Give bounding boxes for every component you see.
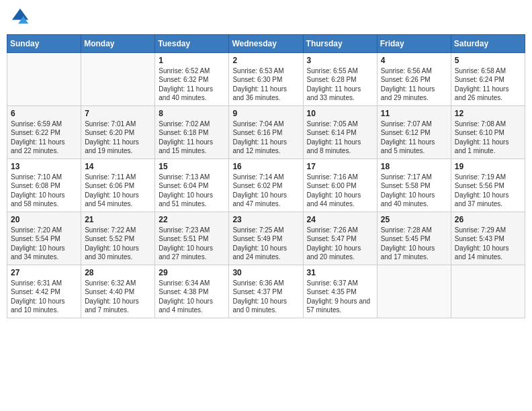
calendar-cell: 22Sunrise: 7:23 AM Sunset: 5:51 PM Dayli… xyxy=(155,212,229,265)
day-info: Sunrise: 6:31 AM Sunset: 4:42 PM Dayligh… xyxy=(11,279,77,315)
logo xyxy=(9,7,30,29)
day-number: 27 xyxy=(11,268,77,277)
day-info: Sunrise: 6:32 AM Sunset: 4:40 PM Dayligh… xyxy=(85,279,151,315)
day-info: Sunrise: 7:25 AM Sunset: 5:49 PM Dayligh… xyxy=(232,226,299,262)
day-info: Sunrise: 6:59 AM Sunset: 6:22 PM Dayligh… xyxy=(11,120,77,156)
day-info: Sunrise: 6:56 AM Sunset: 6:26 PM Dayligh… xyxy=(381,66,447,103)
calendar-header-thursday: Thursday xyxy=(303,34,377,52)
calendar-week-5: 27Sunrise: 6:31 AM Sunset: 4:42 PM Dayli… xyxy=(7,265,525,318)
day-number: 11 xyxy=(381,109,447,118)
calendar-cell: 25Sunrise: 7:28 AM Sunset: 5:45 PM Dayli… xyxy=(377,212,451,265)
day-info: Sunrise: 7:20 AM Sunset: 5:54 PM Dayligh… xyxy=(11,226,77,262)
day-info: Sunrise: 7:14 AM Sunset: 6:02 PM Dayligh… xyxy=(232,173,299,209)
calendar-header-friday: Friday xyxy=(377,34,451,52)
calendar-header-tuesday: Tuesday xyxy=(155,34,229,52)
calendar-cell: 13Sunrise: 7:10 AM Sunset: 6:08 PM Dayli… xyxy=(7,158,81,212)
calendar-header-saturday: Saturday xyxy=(451,34,525,52)
day-info: Sunrise: 7:13 AM Sunset: 6:04 PM Dayligh… xyxy=(159,173,225,209)
day-info: Sunrise: 7:04 AM Sunset: 6:16 PM Dayligh… xyxy=(232,120,299,156)
calendar-cell: 12Sunrise: 7:08 AM Sunset: 6:10 PM Dayli… xyxy=(451,105,525,158)
day-number: 21 xyxy=(85,215,151,224)
day-number: 14 xyxy=(85,162,151,171)
day-number: 2 xyxy=(232,56,299,65)
calendar-cell: 15Sunrise: 7:13 AM Sunset: 6:04 PM Dayli… xyxy=(155,158,229,212)
day-number: 7 xyxy=(85,109,151,118)
calendar-cell: 4Sunrise: 6:56 AM Sunset: 6:26 PM Daylig… xyxy=(377,52,451,105)
calendar-cell: 9Sunrise: 7:04 AM Sunset: 6:16 PM Daylig… xyxy=(229,105,303,158)
day-info: Sunrise: 7:02 AM Sunset: 6:18 PM Dayligh… xyxy=(159,120,225,156)
calendar-cell: 20Sunrise: 7:20 AM Sunset: 5:54 PM Dayli… xyxy=(7,212,81,265)
day-number: 31 xyxy=(307,268,373,277)
day-number: 1 xyxy=(159,56,225,65)
day-info: Sunrise: 7:28 AM Sunset: 5:45 PM Dayligh… xyxy=(381,226,447,262)
calendar-cell: 19Sunrise: 7:19 AM Sunset: 5:56 PM Dayli… xyxy=(451,158,525,212)
logo-icon xyxy=(11,7,30,26)
calendar-cell: 10Sunrise: 7:05 AM Sunset: 6:14 PM Dayli… xyxy=(303,105,377,158)
day-number: 23 xyxy=(232,215,299,224)
calendar-table: SundayMondayTuesdayWednesdayThursdayFrid… xyxy=(7,34,525,318)
calendar-cell: 21Sunrise: 7:22 AM Sunset: 5:52 PM Dayli… xyxy=(81,212,155,265)
day-info: Sunrise: 6:34 AM Sunset: 4:38 PM Dayligh… xyxy=(159,279,225,315)
day-number: 9 xyxy=(232,109,299,118)
day-info: Sunrise: 7:01 AM Sunset: 6:20 PM Dayligh… xyxy=(85,120,151,156)
day-info: Sunrise: 6:58 AM Sunset: 6:24 PM Dayligh… xyxy=(455,66,521,103)
calendar-week-3: 13Sunrise: 7:10 AM Sunset: 6:08 PM Dayli… xyxy=(7,158,525,212)
day-number: 13 xyxy=(11,162,77,171)
day-number: 16 xyxy=(232,162,299,171)
day-info: Sunrise: 7:07 AM Sunset: 6:12 PM Dayligh… xyxy=(381,120,447,156)
calendar-header-row: SundayMondayTuesdayWednesdayThursdayFrid… xyxy=(7,34,525,52)
day-info: Sunrise: 6:52 AM Sunset: 6:32 PM Dayligh… xyxy=(159,66,225,103)
calendar-header-sunday: Sunday xyxy=(7,34,81,52)
day-info: Sunrise: 7:29 AM Sunset: 5:43 PM Dayligh… xyxy=(455,226,521,262)
calendar-body: 1Sunrise: 6:52 AM Sunset: 6:32 PM Daylig… xyxy=(7,52,525,318)
day-info: Sunrise: 7:17 AM Sunset: 5:58 PM Dayligh… xyxy=(381,173,447,209)
day-number: 15 xyxy=(159,162,225,171)
day-number: 18 xyxy=(381,162,447,171)
day-number: 24 xyxy=(307,215,373,224)
calendar-week-4: 20Sunrise: 7:20 AM Sunset: 5:54 PM Dayli… xyxy=(7,212,525,265)
day-number: 25 xyxy=(381,215,447,224)
svg-marker-0 xyxy=(12,9,28,20)
calendar-header-wednesday: Wednesday xyxy=(229,34,303,52)
day-info: Sunrise: 6:55 AM Sunset: 6:28 PM Dayligh… xyxy=(307,66,373,103)
day-info: Sunrise: 7:19 AM Sunset: 5:56 PM Dayligh… xyxy=(455,173,521,209)
calendar-cell: 28Sunrise: 6:32 AM Sunset: 4:40 PM Dayli… xyxy=(81,265,155,318)
calendar-cell xyxy=(81,52,155,105)
calendar-cell: 1Sunrise: 6:52 AM Sunset: 6:32 PM Daylig… xyxy=(155,52,229,105)
calendar-cell: 11Sunrise: 7:07 AM Sunset: 6:12 PM Dayli… xyxy=(377,105,451,158)
calendar-cell: 30Sunrise: 6:36 AM Sunset: 4:37 PM Dayli… xyxy=(229,265,303,318)
day-number: 5 xyxy=(455,56,521,65)
day-info: Sunrise: 6:37 AM Sunset: 4:35 PM Dayligh… xyxy=(307,279,373,315)
day-info: Sunrise: 7:11 AM Sunset: 6:06 PM Dayligh… xyxy=(85,173,151,209)
day-info: Sunrise: 7:08 AM Sunset: 6:10 PM Dayligh… xyxy=(455,120,521,156)
day-number: 8 xyxy=(159,109,225,118)
day-info: Sunrise: 7:05 AM Sunset: 6:14 PM Dayligh… xyxy=(307,120,373,156)
calendar-cell: 7Sunrise: 7:01 AM Sunset: 6:20 PM Daylig… xyxy=(81,105,155,158)
calendar-cell: 27Sunrise: 6:31 AM Sunset: 4:42 PM Dayli… xyxy=(7,265,81,318)
calendar-cell: 3Sunrise: 6:55 AM Sunset: 6:28 PM Daylig… xyxy=(303,52,377,105)
day-number: 12 xyxy=(455,109,521,118)
day-info: Sunrise: 7:10 AM Sunset: 6:08 PM Dayligh… xyxy=(11,173,77,209)
day-number: 30 xyxy=(232,268,299,277)
day-number: 6 xyxy=(11,109,77,118)
calendar-cell: 31Sunrise: 6:37 AM Sunset: 4:35 PM Dayli… xyxy=(303,265,377,318)
day-number: 4 xyxy=(381,56,447,65)
day-number: 29 xyxy=(159,268,225,277)
calendar-cell: 24Sunrise: 7:26 AM Sunset: 5:47 PM Dayli… xyxy=(303,212,377,265)
day-number: 20 xyxy=(11,215,77,224)
calendar-cell: 29Sunrise: 6:34 AM Sunset: 4:38 PM Dayli… xyxy=(155,265,229,318)
calendar-cell: 16Sunrise: 7:14 AM Sunset: 6:02 PM Dayli… xyxy=(229,158,303,212)
calendar-cell xyxy=(377,265,451,318)
day-number: 26 xyxy=(455,215,521,224)
day-info: Sunrise: 6:53 AM Sunset: 6:30 PM Dayligh… xyxy=(232,66,299,103)
calendar-cell xyxy=(451,265,525,318)
calendar-cell xyxy=(7,52,81,105)
day-number: 19 xyxy=(455,162,521,171)
calendar-cell: 8Sunrise: 7:02 AM Sunset: 6:18 PM Daylig… xyxy=(155,105,229,158)
day-number: 17 xyxy=(307,162,373,171)
calendar-cell: 5Sunrise: 6:58 AM Sunset: 6:24 PM Daylig… xyxy=(451,52,525,105)
day-info: Sunrise: 7:26 AM Sunset: 5:47 PM Dayligh… xyxy=(307,226,373,262)
calendar-cell: 6Sunrise: 6:59 AM Sunset: 6:22 PM Daylig… xyxy=(7,105,81,158)
day-info: Sunrise: 7:23 AM Sunset: 5:51 PM Dayligh… xyxy=(159,226,225,262)
page-header xyxy=(7,7,525,29)
